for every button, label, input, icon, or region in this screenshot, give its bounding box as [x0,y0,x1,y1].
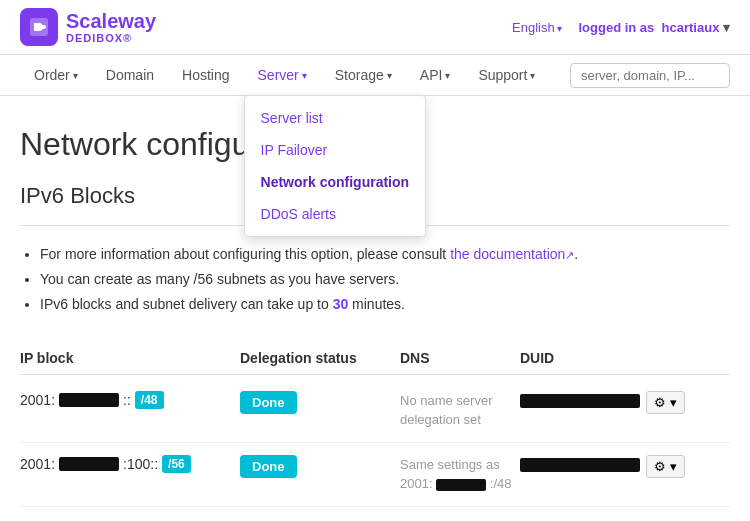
nav-storage[interactable]: Storage ▾ [321,55,406,95]
dropdown-ip-failover[interactable]: IP Failover [245,134,426,166]
col-duid: DUID [520,350,730,366]
user-info: logged in as hcartiaux ▾ [578,20,730,35]
logged-in-as-label: logged in as [578,20,654,35]
dns-ip-redacted [436,479,486,491]
api-arrow-icon: ▾ [445,70,450,81]
duid-redacted-2 [520,458,640,472]
gear-button-1[interactable]: ⚙ ▾ [646,391,685,414]
list-item-2: You can create as many /56 subnets as yo… [40,267,730,292]
dns-cell-1: No name server delegation set [400,391,520,430]
duid-cell-2: ⚙ ▾ [520,455,730,478]
ip-redacted-1 [59,393,119,407]
ip-suffix-1: :: [123,392,131,408]
logo-text: Scaleway DEDIBOX® [66,10,156,44]
list-item-3: IPv6 blocks and subnet delivery can take… [40,292,730,317]
ip-prefix-1: 2001: [20,392,55,408]
status-cell-2: Done [240,455,400,478]
col-dns: DNS [400,350,520,366]
dropdown-server-list[interactable]: Server list [245,102,426,134]
logo[interactable]: Scaleway DEDIBOX® [20,8,156,46]
header: Scaleway DEDIBOX® English logged in as h… [0,0,750,55]
documentation-link[interactable]: the documentation [450,246,574,262]
nav: Order ▾ Domain Hosting Server ▾ Server l… [0,55,750,96]
bullet1-before: For more information about configuring t… [40,246,450,262]
ip-redacted-2 [59,457,119,471]
support-arrow-icon: ▾ [530,70,535,81]
status-cell-1: Done [240,391,400,414]
language-selector[interactable]: English [512,20,562,35]
nav-support[interactable]: Support ▾ [464,55,549,95]
logo-icon [20,8,58,46]
dns-cell-2: Same settings as 2001: :/48 [400,455,520,494]
ip-cell-1: 2001: :: /48 [20,391,240,409]
username: hcartiaux [662,20,720,35]
svg-point-1 [42,25,46,29]
duid-cell-1: ⚙ ▾ [520,391,730,414]
highlight-30: 30 [333,296,349,312]
status-badge-1: Done [240,391,297,414]
ip-badge-2: /56 [162,455,191,473]
info-list: For more information about configuring t… [20,242,730,318]
ip-cell-2: 2001: :100:: /56 [20,455,240,473]
bullet1-after: . [574,246,578,262]
list-item-1: For more information about configuring t… [40,242,730,267]
header-right: English logged in as hcartiaux ▾ [512,20,730,35]
user-arrow[interactable]: ▾ [723,20,730,35]
dropdown-network-configuration[interactable]: Network configuration [245,166,426,198]
nav-server[interactable]: Server ▾ Server list IP Failover Network… [244,55,321,95]
col-delegation-status: Delegation status [240,350,400,366]
search-input[interactable] [570,63,730,88]
ip-prefix-2: 2001: [20,456,55,472]
table-row: 2001: :: /48 Done No name server delegat… [20,379,730,443]
duid-redacted-1 [520,394,640,408]
nav-hosting[interactable]: Hosting [168,55,243,95]
ip-mid-2: :100:: [123,456,158,472]
nav-api[interactable]: API ▾ [406,55,465,95]
dropdown-ddos-alerts[interactable]: DDoS alerts [245,198,426,230]
status-badge-2: Done [240,455,297,478]
server-arrow-icon: ▾ [302,70,307,81]
ip-badge-1: /48 [135,391,164,409]
gear-button-2[interactable]: ⚙ ▾ [646,455,685,478]
nav-order[interactable]: Order ▾ [20,55,92,95]
server-dropdown: Server list IP Failover Network configur… [244,95,427,237]
logo-scaleway-label: Scaleway [66,10,156,32]
table-header: IP block Delegation status DNS DUID [20,342,730,375]
order-arrow-icon: ▾ [73,70,78,81]
nav-search-area [570,63,730,88]
col-ip-block: IP block [20,350,240,366]
logo-dedibox-label: DEDIBOX® [66,32,156,44]
storage-arrow-icon: ▾ [387,70,392,81]
nav-domain[interactable]: Domain [92,55,168,95]
table-row: 2001: :100:: /56 Done Same settings as 2… [20,443,730,507]
